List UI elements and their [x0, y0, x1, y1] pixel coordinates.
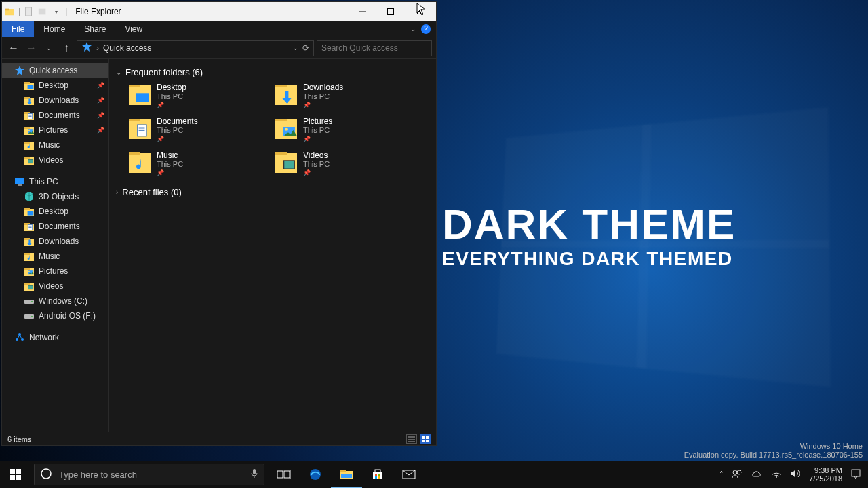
- sidebar-item-downloads[interactable]: Downloads: [2, 234, 108, 249]
- address-location: Quick access: [103, 43, 151, 53]
- sidebar-item-desktop[interactable]: Desktop 📌: [2, 78, 108, 93]
- close-button[interactable]: [405, 2, 433, 21]
- maximize-button[interactable]: [376, 2, 405, 21]
- monitor-icon: [14, 176, 25, 187]
- drive-icon: [24, 296, 35, 306]
- search-input[interactable]: Search Quick access: [317, 40, 432, 56]
- sidebar-item-windows-c-[interactable]: Windows (C:): [2, 293, 108, 308]
- sidebar-item-videos[interactable]: Videos: [2, 279, 108, 293]
- taskbar-app-explorer[interactable]: [331, 461, 362, 488]
- microphone-icon[interactable]: [250, 468, 258, 481]
- file-explorer-window: | ▾ | File Explorer File Home Share View…: [1, 1, 437, 446]
- view-toggle: [406, 434, 431, 444]
- taskbar-app-store[interactable]: [362, 461, 393, 488]
- tab-view[interactable]: View: [115, 21, 152, 37]
- ribbon-collapse-icon[interactable]: ⌄: [410, 25, 416, 33]
- svg-rect-82: [422, 436, 425, 439]
- sidebar-item-3d-objects[interactable]: 3D Objects: [2, 189, 108, 204]
- sidebar-item-pictures[interactable]: Pictures 📌: [2, 123, 108, 138]
- svg-rect-21: [24, 127, 30, 129]
- content-pane[interactable]: ⌄ Frequent folders (6) Desktop This PC 📌…: [109, 59, 436, 432]
- taskbar-search[interactable]: Type here to search: [34, 464, 264, 485]
- svg-rect-85: [426, 440, 429, 442]
- overlay-text: DARK THEME EVERYTHING DARK THEMED: [442, 203, 736, 270]
- sidebar-item-desktop[interactable]: Desktop: [2, 204, 108, 219]
- sidebar-item-downloads[interactable]: Downloads 📌: [2, 93, 108, 108]
- tray-network-icon[interactable]: [771, 470, 782, 479]
- frequent-folder-pictures[interactable]: Pictures This PC 📌: [275, 117, 405, 142]
- tray-notifications-icon[interactable]: [850, 468, 861, 481]
- sidebar-item-this-pc[interactable]: This PC: [2, 174, 108, 189]
- sidebar-item-quick-access[interactable]: Quick access: [2, 63, 108, 78]
- start-button[interactable]: [0, 461, 31, 488]
- tray-volume-icon[interactable]: [790, 469, 801, 480]
- frequent-folders-header[interactable]: ⌄ Frequent folders (6): [116, 67, 429, 77]
- taskbar-app-mail[interactable]: [393, 461, 425, 488]
- frequent-folder-desktop[interactable]: Desktop This PC 📌: [128, 83, 258, 108]
- sidebar-item-network[interactable]: Network: [2, 330, 108, 345]
- nav-history-dropdown[interactable]: ⌄: [41, 40, 56, 56]
- svg-rect-100: [373, 472, 382, 479]
- sidebar-label: Desktop: [39, 207, 68, 216]
- tray-people-icon[interactable]: [732, 469, 743, 480]
- sidebar-item-music[interactable]: Music: [2, 249, 108, 264]
- svg-rect-93: [277, 471, 283, 478]
- sidebar-item-documents[interactable]: Documents: [2, 219, 108, 234]
- svg-point-90: [41, 469, 51, 479]
- recent-files-header[interactable]: › Recent files (0): [116, 187, 429, 197]
- breadcrumb-separator-icon: ›: [96, 43, 99, 53]
- tab-file[interactable]: File: [2, 21, 34, 37]
- svg-rect-31: [18, 184, 22, 186]
- titlebar[interactable]: | ▾ | File Explorer: [2, 2, 436, 21]
- tray-clock[interactable]: 9:38 PM 7/25/2018: [809, 466, 842, 483]
- taskbar-app-edge[interactable]: [300, 461, 331, 488]
- tab-home[interactable]: Home: [34, 21, 75, 37]
- view-details-button[interactable]: [406, 434, 417, 444]
- tray-overflow-icon[interactable]: ˄: [719, 470, 724, 479]
- svg-rect-83: [426, 436, 429, 439]
- svg-rect-2: [26, 7, 32, 16]
- videos-folder-icon: [275, 150, 298, 174]
- view-large-icons-button[interactable]: [420, 434, 431, 444]
- sidebar-item-music[interactable]: Music: [2, 138, 108, 152]
- svg-marker-9: [15, 66, 24, 75]
- desktop-icon: [24, 80, 35, 91]
- address-bar[interactable]: › Quick access ⌄ ⟳: [77, 40, 314, 56]
- sidebar-item-pictures[interactable]: Pictures: [2, 264, 108, 279]
- svg-rect-78: [284, 161, 294, 169]
- sidebar-item-documents[interactable]: Documents 📌: [2, 108, 108, 123]
- svg-rect-29: [28, 159, 33, 163]
- sidebar-item-android-os-f-[interactable]: Android OS (F:): [2, 308, 108, 323]
- sidebar-label: Documents: [39, 222, 80, 231]
- help-icon[interactable]: ?: [421, 24, 431, 34]
- address-dropdown-icon[interactable]: ⌄: [293, 45, 298, 52]
- qat-dropdown-icon[interactable]: ▾: [52, 7, 61, 16]
- task-view-button[interactable]: [269, 461, 300, 488]
- new-folder-icon[interactable]: [38, 7, 47, 16]
- music-icon: [24, 251, 35, 262]
- refresh-icon[interactable]: ⟳: [302, 43, 309, 53]
- svg-rect-94: [284, 471, 290, 478]
- nav-back-button[interactable]: ←: [6, 40, 21, 56]
- minimize-button[interactable]: [348, 2, 376, 21]
- explorer-icon: [5, 7, 14, 16]
- status-divider: [37, 435, 37, 443]
- frequent-folder-downloads[interactable]: Downloads This PC 📌: [275, 83, 405, 108]
- svg-point-72: [285, 128, 288, 131]
- frequent-folder-videos[interactable]: Videos This PC 📌: [275, 150, 405, 176]
- sidebar-label: Pictures: [39, 125, 68, 135]
- quickaccess-toolbar: | ▾ |: [5, 7, 67, 16]
- sidebar-item-videos[interactable]: Videos: [2, 152, 108, 167]
- properties-icon[interactable]: [24, 7, 34, 16]
- nav-forward-button[interactable]: →: [24, 40, 39, 56]
- nav-up-button[interactable]: ↑: [59, 40, 74, 56]
- tray-onedrive-icon[interactable]: [751, 470, 763, 479]
- 3d-icon: [24, 191, 35, 202]
- taskbar: Type here to search ˄ 9:38 PM 7/25/2018: [0, 461, 868, 488]
- tab-share[interactable]: Share: [75, 21, 115, 37]
- frequent-folder-documents[interactable]: Documents This PC 📌: [128, 117, 258, 142]
- frequent-folder-music[interactable]: Music This PC 📌: [128, 150, 258, 176]
- window-title: File Explorer: [75, 7, 348, 16]
- clock-time: 9:38 PM: [809, 466, 842, 474]
- pin-icon: 📌: [97, 112, 104, 119]
